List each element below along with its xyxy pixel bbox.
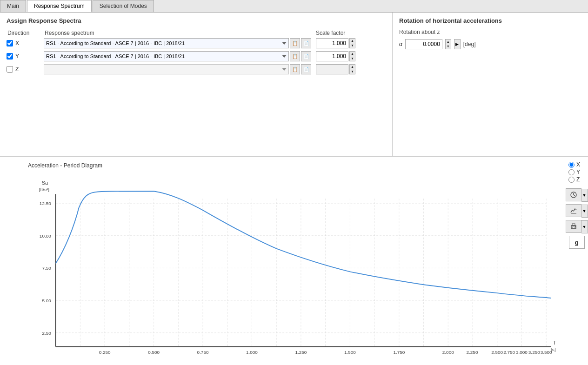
tab-bar: Main Response Spectrum Selection of Mode… — [0, 0, 588, 13]
spectrum-z-cell: 📋 📄 — [44, 64, 311, 74]
rotation-spin-up[interactable]: ▲ — [446, 40, 451, 44]
table-headers: Direction Response spectrum Scale factor — [7, 30, 386, 36]
btn-row-chart: ▼ — [566, 204, 588, 218]
y-axis-unit: [ft/s²] — [39, 187, 49, 192]
label-y: Y — [15, 53, 19, 60]
direction-x-cell: X — [7, 40, 44, 46]
svg-line-2 — [574, 195, 575, 196]
bottom-panel: Acceleration - Period Diagram Sa [ft/s²]… — [0, 157, 588, 365]
tab-response-spectrum[interactable]: Response Spectrum — [27, 0, 92, 12]
header-scale: Scale factor — [311, 30, 386, 36]
y-tick: 12.50 — [40, 201, 51, 206]
rotation-title: Rotation of horizontal accelerations — [399, 17, 581, 24]
btn-row-print: ▼ — [566, 220, 588, 234]
chart-svg: Sa [ft/s²] 2.50 5.00 7.50 10.00 12.50 — [28, 171, 560, 365]
table-row: Z 📋 📄 ▲ ▼ — [7, 64, 386, 74]
x-tick: 3.000 — [516, 350, 528, 355]
chart-settings-icon — [570, 207, 577, 214]
scale-spin-z: ▲ ▼ — [349, 64, 355, 74]
header-direction: Direction — [7, 30, 45, 36]
scale-input-x[interactable] — [316, 38, 348, 48]
clock-icon — [570, 191, 577, 199]
x-tick: 1.000 — [246, 350, 258, 355]
spectrum-edit-x[interactable]: 📄 — [301, 38, 311, 48]
spectrum-edit-z[interactable]: 📄 — [301, 64, 311, 74]
x-tick: 1.750 — [393, 350, 405, 355]
checkbox-x[interactable] — [7, 40, 13, 46]
rotation-spin-down[interactable]: ▼ — [446, 44, 451, 49]
radio-x-label: X — [576, 161, 580, 168]
spin-up-y[interactable]: ▲ — [350, 52, 355, 56]
x-tick: 1.250 — [295, 350, 307, 355]
tab-main[interactable]: Main — [0, 0, 26, 12]
spin-down-y[interactable]: ▼ — [350, 56, 355, 61]
y-axis-label: Sa — [42, 180, 48, 186]
checkbox-y[interactable] — [7, 53, 13, 60]
spectrum-select-x[interactable]: RS1 - According to Standard - ASCE 7 | 2… — [44, 38, 289, 48]
y-tick: 10.00 — [40, 233, 51, 239]
radio-z-input[interactable] — [568, 177, 575, 183]
chart-settings-button[interactable] — [566, 204, 581, 217]
clock-button[interactable] — [566, 188, 581, 201]
x-tick: 2.250 — [467, 350, 478, 355]
rotation-subtitle: Rotation about z — [399, 29, 581, 35]
radio-z-label: Z — [576, 176, 580, 183]
spin-down-x[interactable]: ▼ — [350, 43, 355, 48]
table-row: Y RS1 - According to Standard - ASCE 7 |… — [7, 51, 386, 61]
print-dropdown[interactable]: ▼ — [581, 220, 588, 233]
tab-selection-modes[interactable]: Selection of Modes — [93, 0, 154, 12]
radio-y[interactable]: Y — [568, 169, 580, 175]
scale-z-cell: ▲ ▼ — [311, 64, 386, 74]
svg-rect-6 — [572, 227, 575, 228]
direction-y-cell: Y — [7, 53, 44, 60]
direction-z-cell: Z — [7, 66, 44, 73]
deg-label: [deg] — [463, 41, 476, 47]
spin-up-x[interactable]: ▲ — [350, 39, 355, 43]
alpha-label: α — [399, 41, 402, 47]
x-tick: 3.250 — [528, 350, 540, 355]
radio-y-input[interactable] — [568, 169, 575, 175]
x-tick: 0.750 — [197, 350, 209, 355]
scale-input-z — [316, 64, 348, 74]
rotation-row: α ▲ ▼ ▶ [deg] — [399, 39, 581, 49]
x-tick: 2.000 — [442, 350, 454, 355]
radio-x-input[interactable] — [568, 162, 575, 168]
scale-spin-y[interactable]: ▲ ▼ — [349, 51, 355, 61]
print-button[interactable] — [566, 220, 581, 233]
chart-title: Acceleration - Period Diagram — [28, 162, 560, 169]
chart-settings-dropdown[interactable]: ▼ — [581, 205, 588, 218]
y-tick: 2.50 — [42, 331, 51, 336]
scale-input-y[interactable] — [316, 51, 348, 61]
spectrum-curve — [56, 191, 551, 298]
label-z: Z — [15, 66, 19, 73]
scale-spin-x[interactable]: ▲ ▼ — [349, 38, 355, 48]
rotation-section: Rotation of horizontal accelerations Rot… — [393, 13, 588, 156]
spectrum-add-z[interactable]: 📋 — [290, 64, 300, 74]
y-tick: 5.00 — [42, 298, 51, 303]
scale-y-cell: ▲ ▼ — [311, 51, 386, 61]
rotation-arrow-btn[interactable]: ▶ — [454, 39, 461, 49]
spectrum-select-y[interactable]: RS1 - According to Standard - ASCE 7 | 2… — [44, 51, 289, 61]
x-tick: 1.500 — [344, 350, 356, 355]
spectrum-edit-y[interactable]: 📄 — [301, 51, 311, 61]
x-axis-unit: [s] — [551, 347, 556, 352]
label-x: X — [15, 40, 19, 46]
scale-x-cell: ▲ ▼ — [311, 38, 386, 48]
radio-z[interactable]: Z — [568, 176, 580, 183]
x-tick: 2.500 — [491, 350, 503, 355]
spectrum-select-z — [44, 64, 289, 74]
radio-x[interactable]: X — [568, 161, 580, 168]
clock-dropdown[interactable]: ▼ — [581, 189, 588, 202]
rotation-spin[interactable]: ▲ ▼ — [445, 39, 451, 49]
x-tick: 2.750 — [503, 350, 515, 355]
g-button[interactable]: g — [569, 236, 585, 249]
chart-container: Sa [ft/s²] 2.50 5.00 7.50 10.00 12.50 — [28, 171, 560, 365]
spectrum-y-cell: RS1 - According to Standard - ASCE 7 | 2… — [44, 51, 311, 61]
header-spectrum: Response spectrum — [45, 30, 311, 36]
svg-point-7 — [575, 226, 576, 227]
x-tick: 0.500 — [148, 350, 160, 355]
spectrum-add-x[interactable]: 📋 — [290, 38, 300, 48]
spectrum-add-y[interactable]: 📋 — [290, 51, 300, 61]
checkbox-z[interactable] — [7, 66, 13, 73]
rotation-input[interactable] — [405, 39, 442, 49]
